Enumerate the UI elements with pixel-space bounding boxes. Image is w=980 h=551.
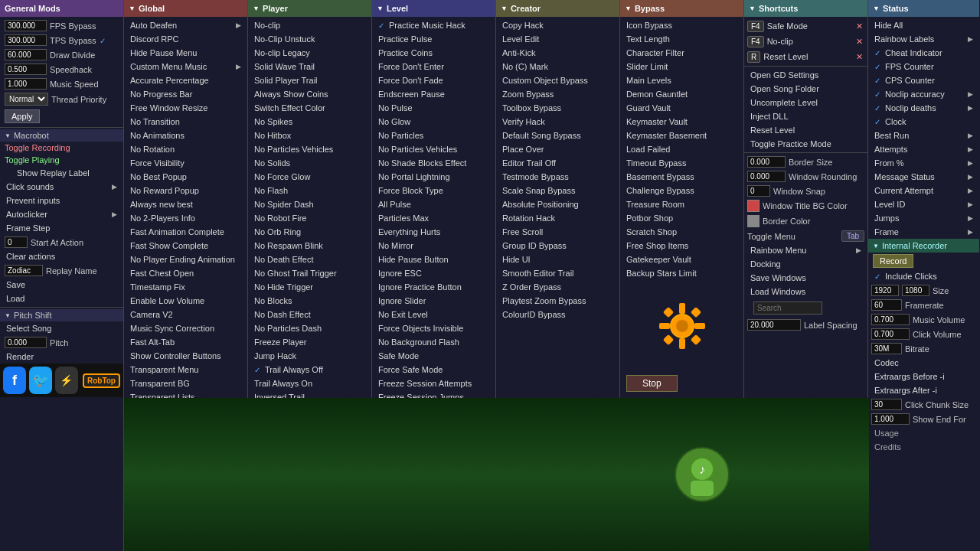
timestamp-fix-item[interactable]: Timestamp Fix xyxy=(124,280,247,294)
label-spacing-input[interactable] xyxy=(747,319,801,331)
prevent-inputs-item[interactable]: Prevent inputs xyxy=(0,194,123,207)
solid-wave-trail-item[interactable]: Solid Wave Trail xyxy=(248,60,371,73)
no-particles-dash-item[interactable]: No Particles Dash xyxy=(248,321,371,335)
no-glow-item[interactable]: No Glow xyxy=(372,115,495,129)
freeze-player-item[interactable]: Freeze Player xyxy=(248,335,371,349)
no-particles-item[interactable]: No Particles xyxy=(372,129,495,142)
show-replay-label-item[interactable]: Show Replay Label xyxy=(0,166,123,180)
potbor-shop-item[interactable]: Potbor Shop xyxy=(620,211,743,225)
keymaster-basement-item[interactable]: Keymaster Basement xyxy=(620,129,743,142)
force-objects-invisible-item[interactable]: Force Objects Invisible xyxy=(372,321,495,335)
auto-sync-music-item[interactable]: Auto Sync Music▶ xyxy=(372,418,495,432)
basement-bypass-item[interactable]: Basement Bypass xyxy=(620,170,743,184)
best-run-item[interactable]: Best Run▶ xyxy=(868,129,979,142)
trail-cut-fix-item[interactable]: Trail Cut Fix xyxy=(248,404,371,418)
safe-mode-item[interactable]: Safe Mode xyxy=(372,349,495,363)
hide-pause-menu-item[interactable]: Hide Pause Menu xyxy=(124,46,247,60)
tps-bypass-input[interactable] xyxy=(5,34,47,46)
height-input[interactable] xyxy=(902,285,929,296)
inject-dll-item[interactable]: Inject DLL xyxy=(744,109,867,123)
clear-actions-item[interactable]: Clear actions xyxy=(0,249,123,263)
inversed-trail-item[interactable]: Inversed Trail xyxy=(248,390,371,404)
force-dont-enter-item[interactable]: Force Don't Enter xyxy=(372,60,495,73)
no-orb-ring-item[interactable]: No Orb Ring xyxy=(248,225,371,239)
uncomplete-level-item[interactable]: Uncomplete Level xyxy=(744,96,867,109)
ignore-esc-item[interactable]: Ignore ESC xyxy=(372,266,495,280)
credits-item[interactable]: Credits xyxy=(868,440,979,454)
save-windows-item[interactable]: Save Windows xyxy=(744,271,867,285)
window-title-bg-swatch[interactable] xyxy=(747,200,760,212)
guard-vault-item[interactable]: Guard Vault xyxy=(620,101,743,115)
click-volume-input[interactable] xyxy=(871,328,910,340)
enable-low-volume-item[interactable]: Enable Low Volume xyxy=(124,294,247,308)
speedhack-input[interactable] xyxy=(5,64,47,75)
attempts-item[interactable]: Attempts▶ xyxy=(868,142,979,156)
jumps-item[interactable]: Jumps▶ xyxy=(868,211,979,225)
challenge-bypass-item[interactable]: Challenge Bypass xyxy=(620,184,743,197)
no-ghost-trail-item[interactable]: No Ghost Trail Trigger xyxy=(248,266,371,280)
column-header-status[interactable]: ▼ Status xyxy=(868,0,979,17)
playtest-zoom-bypass-item[interactable]: Playtest Zoom Bypass xyxy=(496,294,619,308)
autoclicker-item[interactable]: Autoclicker ▶ xyxy=(0,207,123,221)
load-failed-item[interactable]: Load Failed xyxy=(620,142,743,156)
discord-rpc-item[interactable]: Discord RPC xyxy=(124,32,247,46)
fast-chest-item[interactable]: Fast Chest Open xyxy=(124,266,247,280)
accurate-percentage-item[interactable]: Accurate Percentage xyxy=(124,73,247,87)
always-show-coins-item[interactable]: Always Show Coins xyxy=(248,87,371,101)
record-button[interactable]: Record xyxy=(873,254,913,268)
anti-kick-item[interactable]: Anti-Kick xyxy=(496,46,619,60)
no-hitbox-item[interactable]: No Hitbox xyxy=(248,129,371,142)
more-transparent-item[interactable]: More Transparent Lists xyxy=(124,404,247,418)
endscreen-pause-item[interactable]: Endscreen Pause xyxy=(372,87,495,101)
hitbox-multiplier-item[interactable]: Hitbox Multiplier▶ xyxy=(372,459,495,473)
no-solids-item[interactable]: No Solids xyxy=(248,156,371,170)
noclip-item[interactable]: No-clip xyxy=(248,18,371,32)
facebook-button[interactable]: f xyxy=(3,367,26,394)
group-id-bypass-item[interactable]: Group ID Bypass xyxy=(496,239,619,253)
column-header-global[interactable]: ▼ Global xyxy=(124,0,247,17)
custom-menu-music-item[interactable]: Custom Menu Music▶ xyxy=(124,60,247,73)
pitch-input[interactable] xyxy=(5,337,47,348)
render-item[interactable]: Render xyxy=(0,350,123,364)
keymaster-vault-item[interactable]: Keymaster Vault xyxy=(620,115,743,129)
ignore-practice-button-item[interactable]: Ignore Practice Button xyxy=(372,280,495,294)
column-header-bypass[interactable]: ▼ Bypass xyxy=(620,0,743,17)
bitrate-input[interactable] xyxy=(871,343,902,354)
no-force-glow-item[interactable]: No Force Glow xyxy=(248,170,371,184)
safe-mode-close[interactable]: ✕ xyxy=(854,21,864,31)
treasure-room-item[interactable]: Treasure Room xyxy=(620,197,743,211)
column-header-level[interactable]: ▼ Level xyxy=(372,0,495,17)
scratch-shop-item[interactable]: Scratch Shop xyxy=(620,225,743,239)
camera-v2-item[interactable]: Camera V2 xyxy=(124,308,247,321)
no-progress-bar-item[interactable]: No Progress Bar xyxy=(124,87,247,101)
no-particles-vehicles-item[interactable]: No Particles Vehicles xyxy=(372,142,495,156)
robtop-logo[interactable]: RobTop xyxy=(83,373,120,388)
discord-button[interactable]: ⚡ xyxy=(55,367,78,394)
no-pulse-item[interactable]: No Pulse xyxy=(372,101,495,115)
cps-counter-item[interactable]: CPS Counter xyxy=(868,73,979,87)
force-dont-fade-item[interactable]: Force Don't Fade xyxy=(372,73,495,87)
testmode-bypass-item[interactable]: Testmode Bypass xyxy=(496,170,619,184)
noclip-deaths-item[interactable]: Noclip deaths ▶ xyxy=(868,101,979,115)
no-death-effect-item[interactable]: No Death Effect xyxy=(248,253,371,266)
jump-hack-item[interactable]: Jump Hack xyxy=(248,349,371,363)
fps-counter-item[interactable]: FPS Counter xyxy=(868,60,979,73)
no-mirror-item[interactable]: No Mirror xyxy=(372,239,495,253)
custom-object-bypass-item[interactable]: Custom Object Bypass xyxy=(496,73,619,87)
no-background-flash-item[interactable]: No Background Flash xyxy=(372,335,495,349)
trail-always-on-item[interactable]: Trail Always On xyxy=(248,377,371,390)
fast-alt-tab-item[interactable]: Fast Alt-Tab xyxy=(124,335,247,349)
noclip-close[interactable]: ✕ xyxy=(854,37,864,47)
column-header-shortcuts[interactable]: ▼ Shortcuts xyxy=(744,0,867,17)
freeze-session-jumps-item[interactable]: Freeze Session Jumps xyxy=(372,390,495,404)
cheat-indicator-item[interactable]: Cheat Indicator xyxy=(868,46,979,60)
music-speed-input[interactable] xyxy=(5,78,47,90)
zoom-bypass-item[interactable]: Zoom Bypass xyxy=(496,87,619,101)
transparent-menu-item[interactable]: Transparent Menu xyxy=(124,363,247,377)
character-filter-item[interactable]: Character Filter xyxy=(620,46,743,60)
click-sounds-item[interactable]: Click sounds ▶ xyxy=(0,180,123,194)
toggle-playing-button[interactable]: Toggle Playing xyxy=(0,154,123,166)
open-gd-settings-item[interactable]: Open GD Settings xyxy=(744,68,867,82)
freeze-session-attempts-item[interactable]: Freeze Session Attempts xyxy=(372,377,495,390)
show-endscreen-info-item[interactable]: Show Endscreen Info ▶ xyxy=(372,445,495,459)
